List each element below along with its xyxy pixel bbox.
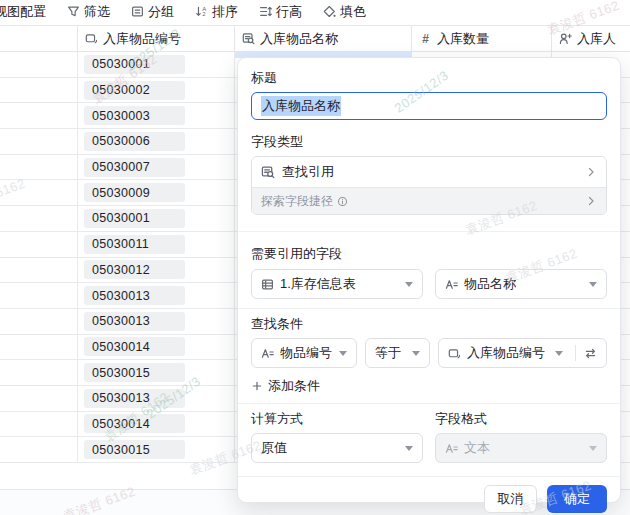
add-condition-button[interactable]: 添加条件 bbox=[251, 377, 320, 395]
text-type-icon bbox=[445, 442, 458, 455]
condition-field-value: 物品编号 bbox=[280, 344, 332, 362]
table-cell[interactable] bbox=[0, 155, 78, 180]
field-type-label: 字段类型 bbox=[251, 134, 607, 150]
table-cell[interactable] bbox=[0, 386, 78, 411]
title-input[interactable]: 入库物品名称 bbox=[251, 92, 607, 120]
column-header-label: 入库物品编号 bbox=[103, 30, 181, 48]
ref-table-dropdown[interactable]: 1.库存信息表 bbox=[251, 269, 423, 299]
column-header-blank[interactable] bbox=[0, 26, 78, 51]
format-dropdown: 文本 bbox=[435, 433, 607, 463]
column-header-label: 入库数量 bbox=[437, 30, 489, 48]
item-code-chip[interactable]: 05030014 bbox=[84, 414, 185, 433]
condition-section-label: 查找条件 bbox=[251, 316, 607, 332]
calc-dropdown[interactable]: 原值 bbox=[251, 433, 423, 463]
table-cell[interactable]: 05030015 bbox=[78, 360, 235, 385]
explore-shortcut-row[interactable]: 探索字段捷径 bbox=[252, 187, 606, 214]
table-cell[interactable]: 05030003 bbox=[78, 103, 235, 128]
table-cell[interactable]: 05030002 bbox=[78, 78, 235, 103]
condition-target-value: 入库物品编号 bbox=[467, 344, 545, 362]
table-cell[interactable] bbox=[0, 412, 78, 437]
toolbar-item-filter[interactable]: 筛选 bbox=[67, 3, 110, 21]
toolbar-item-fill-color[interactable]: 填色 bbox=[323, 3, 366, 21]
divider bbox=[575, 345, 576, 361]
condition-operator-dropdown[interactable]: 等于 bbox=[365, 338, 430, 368]
item-code-chip[interactable]: 05030007 bbox=[84, 158, 185, 177]
table-cell[interactable]: 05030012 bbox=[78, 258, 235, 283]
format-value: 文本 bbox=[464, 439, 490, 457]
item-code-chip[interactable]: 05030009 bbox=[84, 183, 185, 202]
toolbar-item-label: 填色 bbox=[340, 3, 366, 21]
ref-field-dropdown[interactable]: 物品名称 bbox=[435, 269, 607, 299]
table-cell[interactable]: 05030007 bbox=[78, 155, 235, 180]
table-cell[interactable] bbox=[0, 360, 78, 385]
text-field-icon bbox=[85, 32, 98, 45]
toolbar-item-row-height[interactable]: 行高 bbox=[259, 3, 302, 21]
table-cell[interactable]: 05030013 bbox=[78, 283, 235, 308]
item-code-chip[interactable]: 05030012 bbox=[84, 260, 185, 279]
table-cell[interactable] bbox=[0, 180, 78, 205]
ref-table-value: 1.库存信息表 bbox=[280, 275, 356, 293]
row-height-icon bbox=[259, 5, 272, 18]
title-input-value: 入库物品名称 bbox=[261, 96, 341, 116]
cancel-button[interactable]: 取消 bbox=[484, 485, 537, 513]
item-code-chip[interactable]: 05030014 bbox=[84, 337, 185, 356]
item-code-chip[interactable]: 05030003 bbox=[84, 106, 185, 125]
table-cell[interactable]: 05030001 bbox=[78, 206, 235, 231]
item-code-chip[interactable]: 05030011 bbox=[84, 235, 185, 254]
table-cell[interactable] bbox=[0, 437, 78, 462]
table-cell[interactable] bbox=[0, 232, 78, 257]
toolbar-item-label: 分组 bbox=[148, 3, 174, 21]
table-cell[interactable] bbox=[0, 78, 78, 103]
plus-icon bbox=[251, 380, 263, 392]
column-header-quantity[interactable]: # 入库数量 bbox=[412, 26, 552, 51]
column-header-person[interactable]: 入库人 bbox=[552, 26, 630, 51]
calc-label: 计算方式 bbox=[251, 411, 423, 427]
table-cell[interactable] bbox=[0, 283, 78, 308]
condition-field-dropdown[interactable]: 物品编号 bbox=[251, 338, 357, 368]
swap-icon[interactable] bbox=[584, 347, 597, 360]
lookup-field-icon bbox=[242, 32, 255, 45]
ref-section-label: 需要引用的字段 bbox=[251, 246, 607, 262]
table-cell[interactable] bbox=[0, 129, 78, 154]
number-field-icon: # bbox=[419, 32, 432, 46]
table-cell[interactable] bbox=[0, 258, 78, 283]
table-cell[interactable] bbox=[0, 103, 78, 128]
table-cell[interactable]: 05030014 bbox=[78, 412, 235, 437]
table-cell[interactable]: 05030001 bbox=[78, 52, 235, 77]
table-cell[interactable]: 05030011 bbox=[78, 232, 235, 257]
table-cell[interactable]: 05030014 bbox=[78, 335, 235, 360]
chevron-right-icon bbox=[585, 195, 597, 207]
column-header-item-code[interactable]: 入库物品编号 bbox=[78, 26, 235, 51]
table-cell[interactable] bbox=[0, 335, 78, 360]
toolbar-item-group[interactable]: 分组 bbox=[131, 3, 174, 21]
table-cell[interactable] bbox=[0, 52, 78, 77]
text-type-icon bbox=[261, 347, 274, 360]
column-header-label: 入库人 bbox=[577, 30, 616, 48]
condition-target-dropdown[interactable]: 入库物品编号 bbox=[438, 338, 607, 368]
item-code-chip[interactable]: 05030006 bbox=[84, 132, 185, 151]
column-header-label: 入库物品名称 bbox=[260, 30, 338, 48]
confirm-button[interactable]: 确定 bbox=[547, 485, 607, 513]
item-code-chip[interactable]: 05030002 bbox=[84, 81, 185, 100]
table-cell[interactable]: 05030013 bbox=[78, 309, 235, 334]
item-code-chip[interactable]: 05030001 bbox=[84, 55, 185, 74]
item-code-chip[interactable]: 05030013 bbox=[84, 389, 185, 408]
divider bbox=[238, 403, 620, 404]
format-label: 字段格式 bbox=[435, 411, 607, 427]
table-cell[interactable] bbox=[0, 206, 78, 231]
item-code-chip[interactable]: 05030001 bbox=[84, 209, 185, 228]
item-code-chip[interactable]: 05030013 bbox=[84, 312, 185, 331]
item-code-chip[interactable]: 05030013 bbox=[84, 286, 185, 305]
table-cell[interactable] bbox=[0, 309, 78, 334]
column-header-item-name[interactable]: 入库物品名称 bbox=[235, 26, 412, 51]
lookup-field-icon bbox=[261, 165, 275, 179]
table-cell[interactable]: 05030009 bbox=[78, 180, 235, 205]
item-code-chip[interactable]: 05030015 bbox=[84, 440, 185, 459]
field-type-selector[interactable]: 查找引用 bbox=[252, 157, 606, 187]
toolbar-item-sort[interactable]: A2 排序 bbox=[195, 3, 238, 21]
table-cell[interactable]: 05030013 bbox=[78, 386, 235, 411]
table-cell[interactable]: 05030015 bbox=[78, 437, 235, 462]
table-cell[interactable]: 05030006 bbox=[78, 129, 235, 154]
toolbar-item-view-config[interactable]: 视图配置 bbox=[0, 3, 46, 21]
item-code-chip[interactable]: 05030015 bbox=[84, 363, 185, 382]
